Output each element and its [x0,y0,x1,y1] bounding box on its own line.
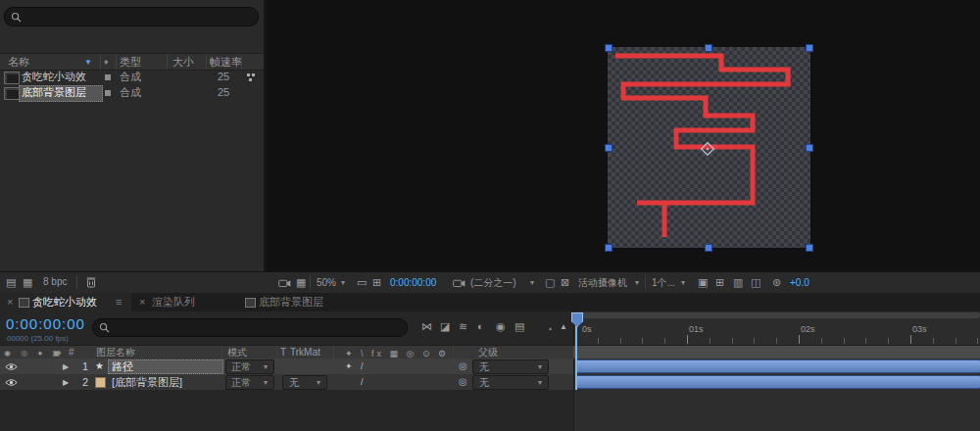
transparency-grid-icon[interactable]: ⊠ [561,277,569,288]
column-trkmat[interactable]: TrkMat [290,348,320,358]
column-layer-name[interactable]: 图层名称 [96,348,135,358]
parent-select[interactable]: 无 ▾ [472,375,549,390]
selection-handle[interactable] [806,244,813,252]
work-area-bar[interactable] [576,312,980,318]
project-item-row[interactable]: 贪吃蛇小动效 合成 25 [0,70,265,85]
layer-row[interactable]: ▶ 1 ★ 路径 正常 ▾ ✦ / ◎ 无 ▾ [0,359,573,374]
label-column-icon[interactable]: ♦ [104,57,109,67]
selection-handle[interactable] [605,44,612,52]
eye-icon[interactable] [5,362,18,371]
region-of-interest-icon[interactable]: ▢ [545,277,555,288]
quality-icon[interactable]: / [361,377,364,387]
layer-name[interactable]: 路径 [112,361,133,372]
column-parent[interactable]: 父级 [478,348,498,358]
close-icon[interactable]: × [139,297,145,308]
resolution-select[interactable]: (二分之一) [470,278,516,288]
exposure-reset-icon[interactable]: ⊛ [772,277,781,288]
tab-composition[interactable]: × 贪吃蛇小动效 ≡ [0,293,131,311]
layer-name[interactable]: [底部背景图层] [112,377,182,388]
track-area-empty[interactable] [573,390,980,431]
zoom-in-mountain-icon[interactable]: ▲ [560,322,567,331]
time-ruler[interactable]: 0s 01s 02s 03s [573,311,980,345]
mask-visibility-icon[interactable]: ⊞ [372,277,381,288]
layer-duration-bar[interactable] [575,359,980,373]
zoom-select[interactable]: 50% [317,278,336,288]
fast-previews-icon[interactable]: ⊞ [715,277,724,288]
exposure-value[interactable]: +0.0 [790,278,809,288]
divider [100,54,101,70]
parent-pickwhip-icon[interactable]: ◎ [459,377,467,387]
project-item-name: 贪吃蛇小动效 [22,72,86,82]
project-flowchart-icon[interactable]: ▤ [6,277,16,288]
close-icon[interactable]: × [7,297,13,308]
search-icon [11,12,22,23]
column-number[interactable]: # [69,348,74,358]
composition-mini-flowchart-icon[interactable]: ⋈ [421,321,432,332]
blend-mode-select[interactable]: 正常 ▾ [225,375,274,390]
trash-icon[interactable] [86,276,96,288]
track-area[interactable] [573,359,980,390]
selection-handle[interactable] [605,244,612,252]
timeline-button-icon[interactable]: ▥ [733,277,743,288]
tab-render-queue[interactable]: × 渲染队列 [137,293,225,311]
graph-editor-icon[interactable]: ▤ [514,321,524,332]
viewer-timecode[interactable]: 0:00:00:00 [390,278,436,288]
project-item-row[interactable]: 底部背景图层 合成 25 [0,85,265,101]
expand-arrow-icon[interactable]: ▶ [63,362,69,371]
divider [276,346,277,359]
bit-depth-button[interactable]: 8 bpc [43,277,67,287]
chevron-down-icon: ▾ [635,278,639,287]
column-size[interactable]: 大小 [172,57,194,68]
selection-handle[interactable] [705,244,712,252]
layer-duration-bar[interactable] [575,375,980,389]
tab-background-comp[interactable]: 底部背景图层 [243,293,351,311]
blend-mode-value: 正常 [231,362,251,372]
project-item-type: 合成 [120,87,141,98]
label-chip[interactable] [105,90,111,96]
timeline-search-input[interactable] [92,318,408,337]
search-icon [99,322,110,333]
selection-handle[interactable] [806,144,813,152]
parent-select[interactable]: 无 ▾ [472,359,549,374]
zoom-out-mountain-icon[interactable]: ▴ [549,324,552,331]
composition-icon [19,298,29,308]
draft-3d-icon[interactable]: ◪ [440,321,450,332]
blend-mode-select[interactable]: 正常 ▾ [225,359,274,374]
selection-handle[interactable] [806,44,813,52]
camera-view-select[interactable]: 活动摄像机 [578,278,627,288]
layer-row[interactable]: ▶ 2 [底部背景图层] 正常 ▾ 无 ▾ / ◎ 无 ▾ [0,374,573,390]
panel-menu-icon[interactable]: ≡ [116,297,122,308]
hide-shy-layers-icon[interactable]: ≋ [459,321,467,332]
selection-handle[interactable] [605,144,612,152]
layer-switches-icons: ✦ \ fx ▦ ◎ ⊙ ⚙ [345,349,449,359]
quality-icon[interactable]: / [361,361,364,371]
frame-blending-icon[interactable]: ◐ [477,321,484,332]
project-search-input[interactable] [4,7,259,26]
column-framerate[interactable]: 帧速率 [210,57,242,68]
collapse-transforms-icon[interactable]: ✦ [345,361,353,371]
tab-label: 贪吃蛇小动效 [32,297,97,308]
composition-viewer[interactable] [267,0,980,271]
column-trkmat-t[interactable]: T [280,348,286,358]
snapshot-camera-icon[interactable] [278,278,291,287]
motion-blur-icon[interactable]: ◉ [496,321,506,332]
show-snapshot-icon[interactable]: ▦ [296,277,306,288]
column-name[interactable]: 名称 [8,57,29,68]
composition-icon [4,72,20,84]
column-mode[interactable]: 模式 [227,348,247,358]
selection-handle[interactable] [705,44,712,52]
view-layout-select[interactable]: 1个... [652,278,675,288]
column-type[interactable]: 类型 [120,57,141,68]
flowchart-button-icon[interactable]: ◫ [751,277,760,288]
current-timecode[interactable]: 0:00:00:00 [6,315,85,332]
panel-divider[interactable] [264,0,267,292]
trkmat-select[interactable]: 无 ▾ [282,375,327,390]
label-chip[interactable] [105,74,111,80]
project-panel-icon[interactable]: ▦ [23,277,32,288]
camera-icon[interactable] [453,278,466,287]
expand-arrow-icon[interactable]: ▶ [63,378,69,387]
parent-pickwhip-icon[interactable]: ◎ [459,361,467,371]
pixel-aspect-correction-icon[interactable]: ▣ [698,277,708,288]
grid-guides-icon[interactable]: ▭ [357,277,367,288]
eye-icon[interactable] [5,378,18,387]
